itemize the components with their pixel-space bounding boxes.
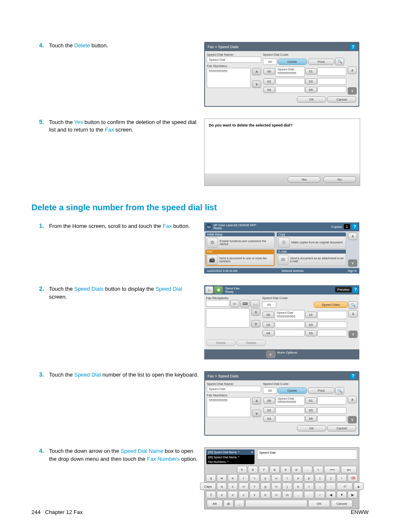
lang-key[interactable]: en bbox=[341, 466, 357, 473]
speed-dial-name-field[interactable]: Speed Dial bbox=[207, 386, 261, 392]
cancel-button[interactable]: Cancel bbox=[327, 96, 356, 103]
key-j[interactable]: j bbox=[282, 483, 292, 490]
key-i[interactable]: i bbox=[282, 474, 292, 482]
fax-numbers-field[interactable]: 5555555555 bbox=[207, 397, 251, 417]
ok-key[interactable]: OK bbox=[308, 500, 330, 507]
key-7[interactable]: 7 bbox=[259, 466, 269, 473]
key-\[interactable]: \ bbox=[337, 474, 347, 482]
help-icon[interactable]: ? bbox=[352, 224, 358, 230]
key-/[interactable]: / bbox=[315, 491, 325, 498]
key-h[interactable]: h bbox=[271, 483, 281, 490]
keyboard-input-field[interactable]: Speed Dial bbox=[257, 449, 357, 460]
slot-03-button[interactable]: 03 bbox=[305, 78, 317, 85]
key-k[interactable]: k bbox=[293, 483, 303, 490]
key-q[interactable]: q bbox=[206, 474, 216, 482]
scroll-down-icon[interactable]: ∨ bbox=[348, 87, 357, 95]
speed-dials-button[interactable]: Speed Dials bbox=[314, 302, 348, 308]
key-z[interactable]: z bbox=[217, 491, 227, 498]
fax-numbers-field[interactable]: 5555555555 bbox=[207, 68, 251, 88]
shift-key[interactable]: ⇧ bbox=[206, 491, 216, 498]
dropdown-option-name[interactable]: [00] Speed Dial Name: * bbox=[208, 456, 239, 459]
key-f[interactable]: f bbox=[249, 483, 260, 490]
key-x[interactable]: x bbox=[228, 491, 238, 498]
slot-02-button[interactable]: 02 bbox=[263, 407, 275, 413]
at-key[interactable]: @ bbox=[223, 500, 234, 507]
expand-icon[interactable]: ∨ bbox=[266, 351, 275, 358]
help-icon[interactable]: ? bbox=[350, 373, 356, 379]
key-;[interactable]: ; bbox=[315, 483, 325, 490]
help-icon[interactable]: ? bbox=[350, 44, 356, 50]
cancel-button[interactable]: Cancel bbox=[327, 425, 356, 431]
key-5[interactable]: 5 bbox=[237, 466, 247, 473]
key-'[interactable]: ' bbox=[326, 483, 336, 490]
scroll-down-icon[interactable]: ∨ bbox=[348, 331, 358, 338]
scroll-down-icon[interactable]: ∨ bbox=[348, 259, 357, 267]
initial-setup-tile[interactable]: ⚙ Enable functions and customize the dev… bbox=[205, 236, 275, 249]
no-button[interactable]: No bbox=[323, 176, 356, 183]
slot-05-button[interactable]: 05 bbox=[305, 330, 317, 336]
start-icon[interactable]: ◉ bbox=[214, 286, 223, 294]
slot-04-button[interactable]: 04 bbox=[263, 416, 275, 422]
key-d[interactable]: d bbox=[239, 483, 249, 490]
key-v[interactable]: v bbox=[249, 491, 260, 498]
cancel-key[interactable]: Cancel bbox=[331, 500, 353, 507]
help-icon[interactable]: ? bbox=[353, 287, 358, 293]
key-b[interactable]: b bbox=[260, 491, 270, 498]
key-w[interactable]: w bbox=[217, 474, 227, 482]
scroll-up-icon[interactable]: ∧ bbox=[252, 68, 261, 75]
slot-05-button[interactable]: 05 bbox=[305, 416, 317, 422]
key-a[interactable]: a bbox=[217, 483, 227, 490]
space-key[interactable] bbox=[245, 500, 307, 507]
key-u[interactable]: u bbox=[271, 474, 281, 482]
delete-button[interactable]: Delete bbox=[278, 387, 307, 394]
backspace-key[interactable]: ⟵ bbox=[324, 466, 340, 473]
slot-04-button[interactable]: 04 bbox=[262, 330, 274, 336]
scroll-down-icon[interactable]: ∨ bbox=[252, 410, 261, 417]
key-=[interactable]: = bbox=[313, 466, 323, 473]
copy-tile[interactable]: ⎘ Make copies from an original document bbox=[277, 236, 346, 249]
keypad-icon[interactable]: ⌨ bbox=[240, 300, 249, 307]
scroll-up-icon[interactable]: ∧ bbox=[348, 310, 358, 318]
preview-button[interactable]: Preview bbox=[335, 287, 352, 292]
slot-01-button[interactable]: 01 bbox=[305, 68, 317, 75]
fax-tile[interactable]: 📠 Send a document to one or more fax num… bbox=[205, 253, 275, 266]
key-s[interactable]: s bbox=[228, 483, 238, 490]
slot-04-button[interactable]: 04 bbox=[263, 87, 275, 93]
caps-key[interactable]: Caps bbox=[200, 483, 216, 490]
slot-05-button[interactable]: 05 bbox=[305, 87, 317, 93]
enter-key[interactable]: ⏎ bbox=[337, 483, 353, 490]
down-key[interactable]: ▼ bbox=[337, 491, 347, 498]
clear-key[interactable]: ⌫ bbox=[348, 474, 358, 482]
search-icon[interactable]: 🔍 bbox=[335, 387, 344, 395]
right-key[interactable]: ▶ bbox=[348, 491, 358, 498]
print-button[interactable]: Print bbox=[308, 59, 335, 65]
search-icon[interactable]: 🔍 bbox=[348, 301, 358, 309]
scroll-up-icon[interactable]: ∧ bbox=[252, 397, 261, 405]
search-icon[interactable]: 🔍 bbox=[335, 58, 344, 65]
key-o[interactable]: o bbox=[293, 474, 303, 482]
slot-00-button[interactable]: 00 bbox=[262, 312, 274, 318]
key-c[interactable]: c bbox=[239, 491, 249, 498]
up-key[interactable]: ▲ bbox=[353, 483, 364, 490]
recipients-list[interactable] bbox=[206, 308, 250, 328]
print-button[interactable]: Print bbox=[308, 387, 335, 394]
back-icon[interactable]: ⇦ bbox=[230, 300, 239, 307]
slot-02-button[interactable]: 02 bbox=[262, 322, 274, 328]
alt-key[interactable]: Alt bbox=[207, 500, 223, 507]
key-,[interactable]: , bbox=[293, 491, 303, 498]
key-t[interactable]: t bbox=[249, 474, 260, 482]
speed-dial-code-field[interactable]: 00 bbox=[263, 387, 277, 394]
key-l[interactable]: l bbox=[304, 483, 314, 490]
slot-00-button[interactable]: 00 bbox=[263, 68, 275, 75]
field-dropdown[interactable]: [00] Speed Dial Name: *▾ [00] Speed Dial… bbox=[206, 449, 255, 464]
key-8[interactable]: 8 bbox=[270, 466, 280, 473]
key-0[interactable]: 0 bbox=[291, 466, 301, 473]
key-e[interactable]: e bbox=[228, 474, 238, 482]
home-icon[interactable]: ⌂ bbox=[205, 286, 213, 294]
slot-03-button[interactable]: 03 bbox=[305, 407, 317, 413]
scroll-up-icon[interactable]: ∧ bbox=[251, 308, 260, 316]
speed-dial-name-field[interactable]: Speed Dial bbox=[207, 57, 261, 63]
ok-button[interactable]: OK bbox=[297, 96, 326, 103]
addressbook-icon[interactable]: 📖 bbox=[250, 300, 260, 307]
delete-button[interactable]: Delete bbox=[278, 59, 307, 65]
